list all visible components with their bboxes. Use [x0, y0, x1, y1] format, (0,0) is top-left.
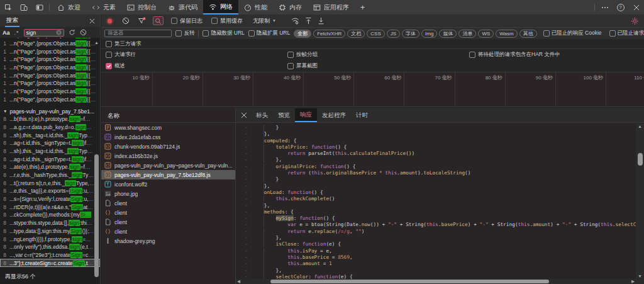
search-network-icon[interactable]	[153, 16, 164, 25]
request-row[interactable]: www.shangsec.com	[101, 123, 235, 132]
scroll-right-icon[interactable]: ▶	[631, 279, 635, 284]
filter-pill-媒体[interactable]: 媒体	[439, 30, 457, 38]
filter-pill-Img[interactable]: Img	[421, 30, 437, 38]
request-row[interactable]: iconfont.woff2	[101, 179, 235, 189]
scroll-down-icon[interactable]: ▼	[636, 274, 644, 278]
search-result-row[interactable]: 1...n("Page",{props:Object.assign({…	[0, 55, 100, 64]
tab-元素[interactable]: 元素	[86, 0, 121, 14]
device-emulation-icon[interactable]	[16, 0, 31, 14]
tab-性能[interactable]: 性能	[238, 0, 273, 14]
search-result-row[interactable]: 1...n("Page",{props:Object.assign({…	[0, 96, 100, 104]
search-result-row[interactable]: 8...sh),this._tag=t.id,this._signTyp…	[0, 131, 100, 139]
settings-gear-icon[interactable]	[631, 17, 639, 25]
search-scrollbar-thumb[interactable]	[94, 154, 99, 277]
invert-filter-checkbox[interactable]: 反转	[175, 30, 194, 37]
request-row[interactable]: index.2da1efab.css	[101, 132, 235, 142]
code-hscroll-thumb[interactable]	[270, 280, 549, 283]
filter-pill-文档[interactable]: 文档	[347, 30, 365, 38]
filter-pill-全部[interactable]: 全部	[294, 30, 311, 38]
search-result-row[interactable]: 8...3");t.createSign=c.createSign,t…	[0, 259, 100, 267]
har-include-checkbox[interactable]: 将待处理的请求包含在HAR 文件中	[469, 51, 560, 59]
hide-extension-urls-checkbox[interactable]: 隐藏扩展 URL	[248, 30, 290, 37]
search-result-row[interactable]: 8...sh),this._tag=t.id,this._signTyp…	[0, 147, 100, 156]
code-vertical-scrollbar[interactable]: ▲ ▼	[636, 123, 644, 279]
search-result-row[interactable]: 8...a.g,c=r.data.pub_key,d=o.sign…	[0, 123, 100, 132]
search-result-row[interactable]: 1...n("Page",{props:Object.assign({…	[0, 40, 100, 48]
code-vscroll-thumb[interactable]	[638, 153, 643, 166]
throttling-select[interactable]: 无限制▼	[253, 17, 276, 25]
request-row[interactable]: index.a1b5b32e.js	[101, 151, 235, 161]
import-har-icon[interactable]	[305, 17, 312, 25]
blocked-requests-checkbox[interactable]: 已阻止请求	[609, 30, 644, 37]
overview-checkbox[interactable]: 概述	[106, 62, 125, 70]
blocked-cookies-checkbox[interactable]: 已阻止的响应 Cookie	[543, 30, 602, 37]
search-result-row[interactable]: 8...,var c=r("29e3");t.createSign=c…	[0, 251, 100, 259]
tab-网络[interactable]: 网络	[203, 0, 238, 14]
search-file-header[interactable]: ▼pages-vuln_pay-vuln_pay_7.5be1...	[0, 107, 100, 115]
search-result-row[interactable]: 8...b(this.n):e),h.prototype.sign=f…	[0, 115, 100, 123]
search-result-row[interactable]: 8...type,data:[],sign:this.mySign()};…	[0, 227, 100, 236]
filter-pill-其他[interactable]: 其他	[519, 30, 537, 38]
request-row[interactable]: client	[101, 208, 235, 217]
show-more-results[interactable]: 再显示56 个	[5, 273, 36, 281]
response-tab-预览[interactable]: 预览	[273, 108, 295, 122]
filter-pill-字体[interactable]: 字体	[402, 30, 419, 38]
close-devtools-icon[interactable]	[628, 0, 644, 14]
search-result-row[interactable]: 1...n("Page",{props:Object.assign({…	[0, 88, 100, 96]
filter-pill-Fetch/XHR[interactable]: Fetch/XHR	[313, 30, 345, 38]
search-close-icon[interactable]	[89, 18, 95, 24]
search-result-row[interactable]: 8...ag=t.id,this._signType=t.sign)f…	[0, 155, 100, 163]
scroll-up-icon[interactable]: ▲	[636, 124, 644, 128]
request-row[interactable]: client	[101, 227, 235, 236]
help-icon[interactable]: ?	[613, 0, 628, 14]
refresh-icon[interactable]	[69, 29, 75, 36]
search-result-row[interactable]: 1...n("Page",{props:Object.assign({…	[0, 64, 100, 72]
request-row[interactable]: client	[101, 198, 235, 208]
network-overview-timeline[interactable]: 10 毫秒20 毫秒30 毫秒40 毫秒50 毫秒60 毫秒70 毫秒80 毫秒…	[101, 72, 644, 107]
search-result-row[interactable]: 8...ag=t.id,this._signType=t.sign)f…	[0, 139, 100, 147]
search-result-row[interactable]: 8...t();return s(t,n,e,this._signType,…	[0, 179, 100, 187]
request-row[interactable]: pages-vuln_pay-vuln_pay~pages-vuln_pay-v…	[101, 161, 235, 170]
disable-cache-checkbox[interactable]: 禁用缓存	[211, 17, 243, 25]
filter-pill-CSS[interactable]: CSS	[367, 30, 384, 38]
tab-源代码[interactable]: 源代码	[162, 0, 203, 14]
filter-pill-JS[interactable]: JS	[387, 30, 400, 38]
search-result-row[interactable]: 8...e,this._tag)},e.exports={Sign:u,…	[0, 187, 100, 195]
request-row[interactable]: client	[101, 217, 235, 227]
record-button[interactable]	[106, 17, 114, 25]
more-tabs-button[interactable]: +	[355, 0, 370, 14]
big-request-rows-checkbox[interactable]: 大请求行	[106, 51, 136, 59]
scroll-up-icon[interactable]: ▲	[94, 40, 99, 45]
match-case-toggle[interactable]: Aa	[3, 30, 10, 36]
tab-应用程序[interactable]: 应用程序	[308, 0, 355, 14]
preserve-log-checkbox[interactable]: 保留日志	[171, 17, 203, 25]
response-tab-标头[interactable]: 标头	[251, 108, 273, 122]
code-horizontal-scrollbar[interactable]: ◀ ▶	[236, 279, 636, 284]
search-result-row[interactable]: 8...stype:this.stype,data:[],sign:thi…	[0, 219, 100, 227]
request-row[interactable]: pages-vuln_pay-vuln_pay_7.5be12df8.js	[101, 170, 235, 179]
search-input[interactable]: sign	[24, 29, 64, 37]
request-row[interactable]: chunk-vendors.09ab7124.js	[101, 142, 235, 151]
response-tab-计时[interactable]: 计时	[351, 108, 373, 122]
export-har-icon[interactable]	[318, 17, 325, 25]
clear-network-log-icon[interactable]	[122, 17, 130, 25]
more-menu-icon[interactable]	[597, 0, 613, 14]
filter-pill-Wasm[interactable]: Wasm	[496, 30, 517, 38]
request-row[interactable]: shadow-grey.png	[101, 236, 235, 246]
filter-pill-清单[interactable]: 清单	[458, 30, 476, 38]
filter-input[interactable]: 筛选器	[104, 30, 172, 37]
search-result-row[interactable]: 8...only verify"),this.eddsa.sign(e,t…	[0, 243, 100, 251]
regex-toggle[interactable]: .*	[14, 30, 19, 36]
search-result-row[interactable]: 8...ngLength)})),f.prototype.sign=…	[0, 235, 100, 243]
close-response-icon[interactable]	[237, 108, 251, 122]
search-result-row[interactable]: 8...ckComplete()},methods:{mySi…	[0, 211, 100, 219]
tab-欢迎[interactable]: 欢迎	[52, 0, 86, 14]
network-conditions-icon[interactable]	[291, 17, 299, 25]
response-code[interactable]: - }- },- computed: {- totalPrice: functi…	[236, 125, 636, 279]
hide-data-urls-checkbox[interactable]: 隐藏数据 URL	[203, 30, 244, 37]
search-result-row[interactable]: 8...r,e,this._hashType,this._signTy…	[0, 171, 100, 179]
search-result-row[interactable]: 1...n("Page",{props:Object.assign({…	[0, 71, 100, 79]
response-tab-响应[interactable]: 响应	[295, 108, 317, 122]
request-row[interactable]: phone.jpg	[101, 189, 235, 198]
tab-内存[interactable]: 内存	[273, 0, 308, 14]
